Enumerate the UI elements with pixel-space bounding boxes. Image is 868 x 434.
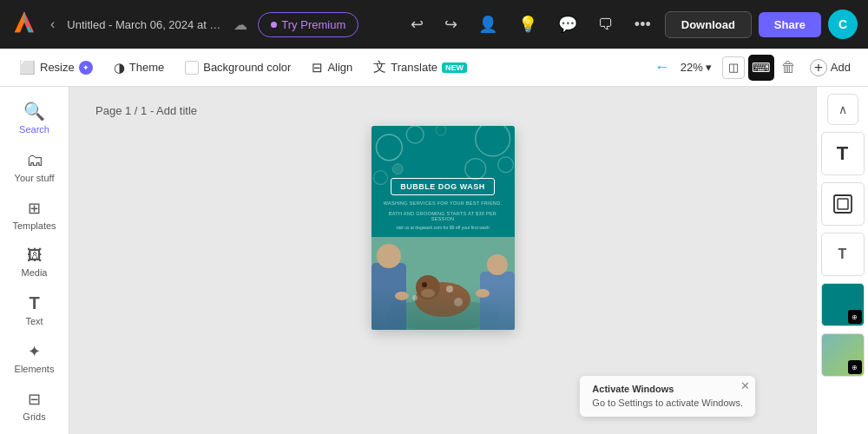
doc-title: BUBBLE DOG WASH xyxy=(400,182,485,191)
text-icon: T xyxy=(29,293,39,313)
add-button[interactable]: + Add xyxy=(803,55,858,81)
svg-rect-28 xyxy=(838,199,848,209)
user-icon-button[interactable]: 👤 xyxy=(471,10,504,39)
comment-button[interactable]: 💬 xyxy=(551,10,584,39)
document-title: Untitled - March 06, 2024 at 0... xyxy=(67,18,223,31)
right-panel-text-small-card[interactable]: T xyxy=(821,233,865,276)
grids-icon: ⊟ xyxy=(28,390,41,409)
color-swatch xyxy=(185,61,199,75)
keyboard-shortcut-icon[interactable]: ⌨ xyxy=(748,55,774,81)
right-panel-text-card[interactable]: T xyxy=(821,132,865,175)
main-layout: 🔍 Search 🗂 Your stuff ⊞ Templates 🖼 Medi… xyxy=(0,87,868,434)
media-icon: 🖼 xyxy=(27,247,43,265)
doc-title-box: BUBBLE DOG WASH xyxy=(391,178,495,195)
right-panel-icon-card[interactable] xyxy=(821,182,865,226)
more-button[interactable]: ••• xyxy=(628,10,658,39)
undo-button[interactable]: ↩ xyxy=(404,10,431,39)
cloud-icon: ☁ xyxy=(233,16,247,33)
sidebar-item-media[interactable]: 🖼 Media xyxy=(5,240,64,285)
right-panel-photo-card[interactable]: ⊕ xyxy=(821,333,865,377)
sidebar-item-elements[interactable]: ✦ Elements xyxy=(5,335,64,381)
zoom-control[interactable]: 22% ▾ xyxy=(674,57,719,77)
chevron-down-icon: ▾ xyxy=(706,61,712,74)
translate-icon: 文 xyxy=(373,59,386,76)
sidebar-item-search[interactable]: 🔍 Search xyxy=(5,94,64,141)
sidebar-item-your-stuff[interactable]: 🗂 Your stuff xyxy=(5,143,64,190)
background-color-button[interactable]: Background color xyxy=(176,56,299,79)
card-overlay-icon: ⊕ xyxy=(848,310,862,324)
page-label: Page 1 / 1 - Add title xyxy=(95,104,197,117)
search-icon: 🔍 xyxy=(23,101,45,122)
theme-button[interactable]: ◑ Theme xyxy=(105,56,173,80)
sidebar-item-text[interactable]: T Text xyxy=(5,286,64,333)
arrow-indicator: ← xyxy=(654,58,670,76)
translate-button[interactable]: 文 Translate NEW xyxy=(365,55,476,80)
left-sidebar: 🔍 Search 🗂 Your stuff ⊞ Templates 🖼 Medi… xyxy=(0,87,69,434)
redo-button[interactable]: ↪ xyxy=(437,10,464,39)
share-button[interactable]: Share xyxy=(759,12,821,37)
right-panel-teal-card[interactable]: ⊕ xyxy=(821,283,865,326)
premium-dot xyxy=(271,22,277,28)
svg-point-17 xyxy=(487,254,508,275)
sidebar-item-templates[interactable]: ⊞ Templates xyxy=(5,192,64,238)
elements-icon: ✦ xyxy=(28,342,41,361)
page-nav-button[interactable]: ◫ xyxy=(722,56,745,79)
doc-subtitle: WASHING SERVICES FOR YOUR BEST FRIEND. xyxy=(384,201,503,206)
align-button[interactable]: ⊟ Align xyxy=(303,56,361,80)
sidebar-item-grids[interactable]: ⊟ Grids xyxy=(5,383,64,429)
activate-windows-notice: ✕ Activate Windows Go to Settings to act… xyxy=(580,376,755,417)
magic-button[interactable]: 💡 xyxy=(511,10,544,39)
app-logo xyxy=(10,9,38,40)
folder-icon: 🗂 xyxy=(26,150,43,170)
photo-card-overlay-icon: ⊕ xyxy=(848,360,862,374)
align-icon: ⊟ xyxy=(312,60,323,76)
doc-sub3: visit us at dogwash.com for $9 off your … xyxy=(396,225,490,230)
image-frame-icon xyxy=(832,194,853,214)
resize-badge: ✦ xyxy=(79,61,93,75)
templates-icon: ⊞ xyxy=(28,199,41,218)
svg-marker-1 xyxy=(15,11,24,32)
svg-point-15 xyxy=(377,244,401,268)
resize-icon: ⬜ xyxy=(19,60,36,76)
nav-back-button[interactable]: ‹ xyxy=(45,13,60,36)
try-premium-button[interactable]: Try Premium xyxy=(258,12,358,37)
plus-icon: + xyxy=(810,59,827,76)
top-nav: ‹ Untitled - March 06, 2024 at 0... ☁ Tr… xyxy=(0,0,868,49)
resize-button[interactable]: ⬜ Resize ✦ xyxy=(10,56,102,80)
theme-icon: ◑ xyxy=(114,60,125,76)
translate-new-badge: NEW xyxy=(442,62,467,73)
collab-button[interactable]: 🗨 xyxy=(591,10,621,39)
right-panel: ∧ T T ⊕ ⊕ xyxy=(816,87,868,434)
toolbar: ⬜ Resize ✦ ◑ Theme Background color ⊟ Al… xyxy=(0,49,868,87)
user-avatar[interactable]: C xyxy=(828,10,858,39)
delete-button[interactable]: 🗑 xyxy=(778,56,799,80)
svg-rect-27 xyxy=(834,195,852,213)
activate-windows-close[interactable]: ✕ xyxy=(740,379,750,392)
right-panel-collapse-button[interactable]: ∧ xyxy=(827,94,858,125)
canvas-area[interactable]: Page 1 / 1 - Add title BUBBLE DOG WASH W… xyxy=(69,87,816,434)
doc-subtitle2: BATH AND GROOMING STARTS AT $30 PER SESS… xyxy=(380,211,506,221)
download-button[interactable]: Download xyxy=(665,11,752,38)
canvas-document[interactable]: BUBBLE DOG WASH WASHING SERVICES FOR YOU… xyxy=(372,126,515,330)
photo-overlay xyxy=(372,285,515,330)
doc-photo xyxy=(372,237,515,330)
